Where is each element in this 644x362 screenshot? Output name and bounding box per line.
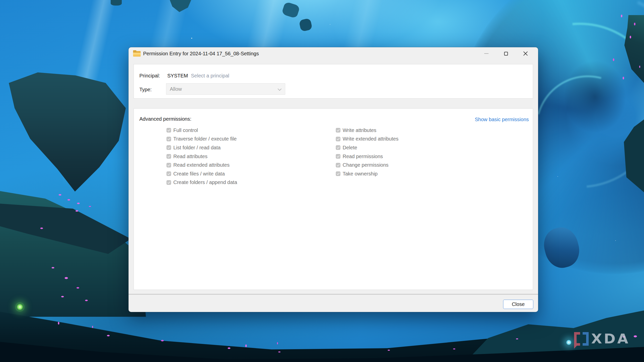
petal-particles — [59, 194, 61, 196]
checkbox-checked-icon — [336, 154, 340, 159]
checkbox-checked-icon — [167, 137, 171, 141]
permission-item: Read extended attributes — [167, 161, 237, 169]
permission-item: List folder / read data — [167, 143, 237, 152]
permission-entry-dialog: Permission Entry for 2024-11-04 17_56_08… — [129, 47, 538, 312]
type-dropdown-value: Allow — [170, 86, 182, 92]
advanced-permissions-heading: Advanced permissions: — [139, 116, 191, 122]
principal-value: SYSTEM — [167, 73, 188, 79]
permission-label: List folder / read data — [173, 145, 221, 151]
advanced-permissions-panel: Advanced permissions: Show basic permiss… — [134, 108, 533, 290]
permission-item: Full control — [167, 126, 237, 135]
petal-particles — [634, 23, 635, 25]
folder-icon — [133, 51, 141, 57]
checkbox-checked-icon — [336, 145, 340, 150]
permission-item: Create files / write data — [167, 169, 237, 178]
checkbox-checked-icon — [336, 128, 340, 132]
permission-label: Delete — [343, 145, 357, 151]
permission-label: Read attributes — [173, 154, 208, 159]
permission-item: Take ownership — [336, 169, 398, 178]
checkbox-checked-icon — [336, 171, 340, 176]
cyan-glow-orb — [566, 340, 571, 345]
maximize-button[interactable] — [499, 47, 512, 60]
principal-panel: Principal: SYSTEM Select a principal Typ… — [134, 64, 533, 99]
xda-bracket-left-icon — [574, 332, 580, 346]
permission-item: Delete — [336, 143, 398, 152]
show-basic-permissions-link[interactable]: Show basic permissions — [475, 117, 529, 122]
permissions-right-column: Write attributes Write extended attribut… — [336, 126, 398, 178]
checkbox-checked-icon — [167, 128, 171, 132]
xda-watermark-text: XDA — [591, 332, 630, 345]
xda-bracket-right-icon — [583, 332, 589, 346]
checkbox-checked-icon — [167, 180, 171, 185]
permission-label: Write extended attributes — [343, 136, 398, 142]
permission-item: Write extended attributes — [336, 135, 398, 144]
permission-label: Create files / write data — [173, 171, 225, 177]
checkbox-checked-icon — [167, 163, 171, 167]
permission-label: Create folders / append data — [173, 179, 237, 185]
permission-label: Traverse folder / execute file — [173, 136, 237, 142]
permission-label: Full control — [173, 127, 198, 133]
permission-label: Write attributes — [343, 127, 376, 133]
permission-label: Take ownership — [343, 171, 378, 177]
close-window-button[interactable] — [519, 47, 532, 60]
xda-watermark: XDA — [574, 331, 630, 347]
maximize-icon — [504, 52, 508, 56]
permission-item: Write attributes — [336, 126, 398, 135]
checkbox-checked-icon — [167, 171, 171, 176]
green-glow-orb — [17, 304, 23, 310]
permission-item: Create folders / append data — [167, 178, 237, 187]
floating-rock — [111, 0, 122, 6]
close-dialog-button[interactable]: Close — [503, 300, 533, 309]
permission-item: Traverse folder / execute file — [167, 135, 237, 144]
window-controls — [473, 47, 532, 60]
chevron-down-icon — [278, 87, 282, 91]
permission-label: Read permissions — [343, 154, 383, 159]
desktop: XDA Permission Entry for 2024-11-04 17_5… — [0, 0, 644, 362]
permission-item: Read attributes — [167, 152, 237, 161]
select-principal-link[interactable]: Select a principal — [191, 73, 229, 79]
type-label: Type: — [139, 87, 152, 93]
dialog-titlebar[interactable]: Permission Entry for 2024-11-04 17_56_08… — [129, 47, 538, 60]
permission-label: Read extended attributes — [173, 162, 230, 168]
folder-icon-front — [133, 53, 141, 57]
checkbox-checked-icon — [336, 163, 340, 167]
minimize-button[interactable] — [480, 47, 493, 60]
checkbox-checked-icon — [167, 145, 171, 150]
checkbox-checked-icon — [336, 137, 340, 141]
principal-label: Principal: — [139, 73, 160, 79]
permission-item: Read permissions — [336, 152, 398, 161]
minimize-icon — [484, 53, 489, 54]
checkbox-checked-icon — [167, 154, 171, 159]
type-dropdown: Allow — [166, 83, 285, 95]
close-icon — [523, 51, 528, 56]
permission-item: Change permissions — [336, 161, 398, 169]
dialog-title: Permission Entry for 2024-11-04 17_56_08… — [143, 51, 259, 57]
folder-icon-tab — [133, 50, 136, 52]
permission-label: Change permissions — [343, 162, 388, 168]
permissions-left-column: Full control Traverse folder / execute f… — [167, 126, 237, 187]
footer-separator — [129, 294, 538, 295]
